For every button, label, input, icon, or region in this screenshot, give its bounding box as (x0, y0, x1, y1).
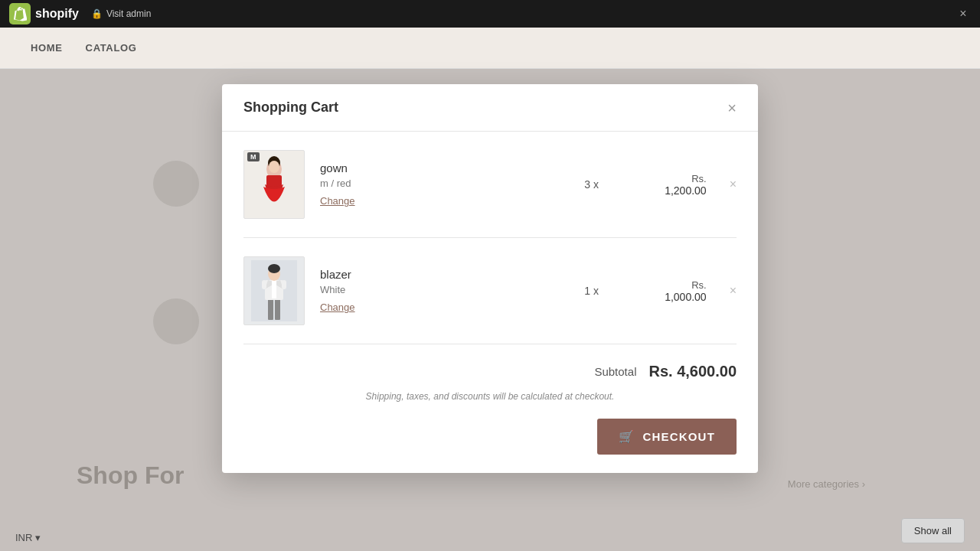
svg-rect-3 (266, 175, 282, 187)
shopify-logo: shopify (9, 3, 79, 24)
gown-details: gown m / red Change (320, 161, 554, 207)
subtotal-row: Subtotal Rs. 4,600.00 (243, 363, 737, 380)
cart-item-blazer: blazer White Change 1 x Rs. 1,000.00 × (243, 238, 737, 344)
blazer-image (243, 256, 305, 325)
blazer-details: blazer White Change (320, 268, 554, 314)
nav-catalog[interactable]: CATALOG (86, 42, 137, 54)
checkout-button[interactable]: 🛒 CHECKOUT (597, 419, 737, 455)
cart-item-gown: M (243, 132, 737, 238)
blazer-change-link[interactable]: Change (320, 302, 355, 313)
gown-price-label: Rs. (630, 173, 707, 184)
svg-rect-12 (282, 280, 286, 289)
subtotal-value: Rs. 4,600.00 (648, 363, 737, 380)
shopify-logo-icon (9, 3, 31, 24)
gown-price-value: 1,200.00 (630, 184, 707, 197)
blazer-variant: White (320, 284, 554, 295)
blazer-price: Rs. 1,000.00 (630, 279, 707, 303)
gown-svg (251, 154, 297, 215)
subtotal-label: Subtotal (594, 365, 636, 378)
shipping-note: Shipping, taxes, and discounts will be c… (243, 391, 737, 402)
shopify-text: shopify (35, 7, 79, 21)
gown-remove-button[interactable]: × (730, 178, 737, 191)
cart-header: Shopping Cart × (222, 84, 758, 132)
modal-overlay: Shopping Cart × M (0, 69, 980, 551)
cart-title: Shopping Cart (243, 99, 338, 116)
gown-image: M (243, 150, 305, 219)
svg-point-2 (269, 161, 279, 173)
checkout-cart-icon: 🛒 (619, 429, 635, 444)
gown-price: Rs. 1,200.00 (630, 173, 707, 197)
gown-quantity: 3 x (569, 178, 615, 191)
cart-footer: Subtotal Rs. 4,600.00 Shipping, taxes, a… (222, 344, 758, 473)
gown-m-label: M (247, 152, 260, 161)
svg-point-10 (268, 264, 280, 273)
shopping-cart-modal: Shopping Cart × M (222, 84, 758, 473)
svg-rect-6 (275, 298, 280, 320)
blazer-price-value: 1,000.00 (630, 291, 707, 303)
blazer-remove-button[interactable]: × (730, 284, 737, 298)
gown-change-link[interactable]: Change (320, 195, 355, 207)
visit-admin-label: Visit admin (106, 8, 151, 19)
gown-name: gown (320, 161, 554, 174)
nav-home[interactable]: HOME (31, 42, 63, 54)
lock-icon: 🔒 (91, 8, 103, 19)
cart-close-button[interactable]: × (727, 100, 737, 116)
gown-variant: m / red (320, 178, 554, 189)
svg-rect-8 (272, 280, 276, 298)
svg-rect-11 (262, 280, 266, 289)
checkout-label: CHECKOUT (642, 430, 715, 443)
navbar: HOME CATALOG (0, 28, 980, 69)
topbar-close-icon[interactable]: × (956, 6, 971, 21)
topbar: shopify 🔒 Visit admin × (0, 0, 980, 28)
blazer-price-label: Rs. (630, 279, 707, 291)
blazer-quantity: 1 x (569, 285, 615, 297)
visit-admin-link[interactable]: 🔒 Visit admin (91, 8, 151, 19)
cart-body: M (222, 132, 758, 344)
svg-rect-5 (268, 298, 273, 320)
blazer-name: blazer (320, 268, 554, 281)
blazer-svg (251, 260, 297, 321)
